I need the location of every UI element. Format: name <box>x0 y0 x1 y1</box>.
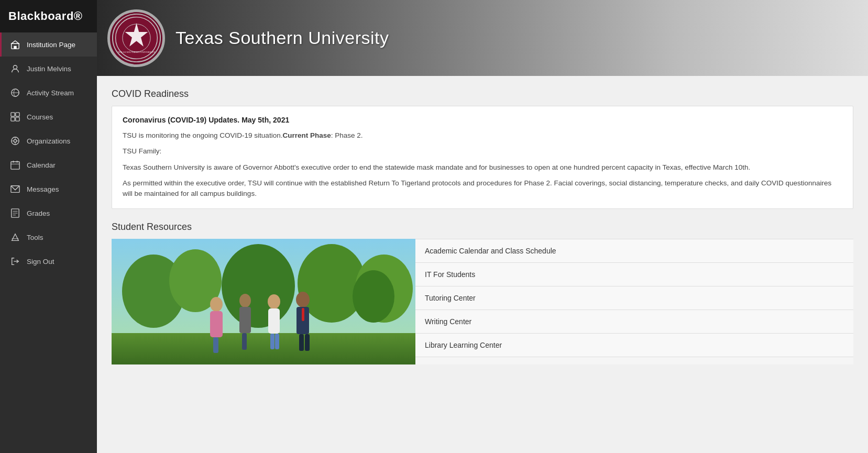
sidebar-item-institution-page[interactable]: Institution Page <box>0 32 97 57</box>
svg-rect-46 <box>268 308 280 334</box>
tools-icon <box>10 232 20 242</box>
svg-point-42 <box>239 294 251 307</box>
organizations-label: Organizations <box>27 137 70 145</box>
covid-box: Coronavirus (COVID-19) Updates. May 5th,… <box>112 106 853 209</box>
svg-rect-41 <box>213 337 218 353</box>
svg-text:TEXAS SOUTHERN UNIVERSITY: TEXAS SOUTHERN UNIVERSITY <box>117 51 155 53</box>
svg-rect-5 <box>16 113 19 116</box>
svg-rect-40 <box>210 311 223 337</box>
sign-out-label: Sign Out <box>27 258 54 266</box>
sidebar-item-tools[interactable]: Tools <box>0 225 97 249</box>
covid-paragraph-3: Texas Southern University is aware of Go… <box>123 162 842 173</box>
sidebar-item-organizations[interactable]: Organizations <box>0 129 97 153</box>
svg-rect-7 <box>16 117 19 121</box>
organizations-icon <box>10 136 20 146</box>
grades-icon <box>10 208 20 218</box>
resource-link-tutoring[interactable]: Tutoring Center <box>415 286 853 310</box>
sidebar: Blackboard® Institution Page Justin Melv… <box>0 0 97 453</box>
covid-section-title: COVID Readiness <box>112 89 853 100</box>
svg-point-9 <box>14 139 16 142</box>
svg-point-2 <box>13 65 17 69</box>
covid-heading: Coronavirus (COVID-19) Updates. May 5th,… <box>123 116 842 124</box>
activity-stream-icon <box>10 87 20 98</box>
sidebar-item-activity-stream[interactable]: Activity Stream <box>0 81 97 105</box>
svg-rect-1 <box>14 46 16 49</box>
svg-marker-23 <box>12 234 19 241</box>
university-seal: TEXAS SOUTHERN UNIVERSITY <box>107 9 165 67</box>
svg-rect-51 <box>299 334 304 351</box>
resource-link-academic-calendar[interactable]: Academic Calendar and Class Schedule <box>415 239 853 263</box>
messages-icon <box>10 184 20 194</box>
main-content: TEXAS SOUTHERN UNIVERSITY Texas Southern… <box>97 0 868 453</box>
calendar-label: Calendar <box>27 161 56 169</box>
sidebar-item-calendar[interactable]: Calendar <box>0 153 97 177</box>
svg-rect-38 <box>112 333 415 364</box>
campus-image <box>112 239 415 364</box>
svg-rect-43 <box>239 307 251 333</box>
svg-rect-53 <box>302 308 304 321</box>
svg-rect-4 <box>11 113 15 116</box>
covid-paragraph-1: TSU is monitoring the ongoing COVID-19 s… <box>123 130 842 141</box>
header-banner: TEXAS SOUTHERN UNIVERSITY Texas Southern… <box>97 0 868 76</box>
content-area: COVID Readiness Coronavirus (COVID-19) U… <box>97 76 868 453</box>
svg-rect-14 <box>11 162 19 169</box>
svg-rect-52 <box>305 334 310 351</box>
svg-point-37 <box>353 270 394 323</box>
resources-grid: Academic Calendar and Class Schedule IT … <box>112 239 853 364</box>
svg-point-34 <box>222 244 295 328</box>
svg-point-39 <box>210 297 223 312</box>
svg-rect-6 <box>11 117 15 121</box>
covid-paragraph-4: As permitted within the executive order,… <box>123 178 842 200</box>
sidebar-item-user[interactable]: Justin Melvins <box>0 57 97 81</box>
covid-paragraph-2: TSU Family: <box>123 146 842 157</box>
resource-link-library[interactable]: Library Learning Center <box>415 334 853 357</box>
svg-point-49 <box>296 292 310 307</box>
calendar-icon <box>10 160 20 170</box>
messages-label: Messages <box>27 185 59 193</box>
user-label: Justin Melvins <box>27 65 71 73</box>
svg-rect-44 <box>242 333 247 350</box>
svg-rect-48 <box>275 334 279 349</box>
sidebar-item-sign-out[interactable]: Sign Out <box>0 249 97 273</box>
sidebar-item-grades[interactable]: Grades <box>0 201 97 225</box>
institution-icon <box>10 39 20 50</box>
sidebar-item-courses[interactable]: Courses <box>0 105 97 129</box>
sidebar-item-messages[interactable]: Messages <box>0 177 97 201</box>
courses-icon <box>10 112 20 122</box>
university-title: Texas Southern University <box>175 28 389 48</box>
app-logo: Blackboard® <box>0 0 97 32</box>
resources-links: Academic Calendar and Class Schedule IT … <box>415 239 853 364</box>
grades-label: Grades <box>27 209 50 217</box>
sign-out-icon <box>10 256 20 267</box>
activity-stream-label: Activity Stream <box>27 89 74 97</box>
tools-label: Tools <box>27 234 43 241</box>
svg-point-45 <box>268 294 280 309</box>
campus-image-inner <box>112 239 415 364</box>
courses-label: Courses <box>27 113 53 121</box>
resource-link-it-students[interactable]: IT For Students <box>415 263 853 286</box>
resource-link-writing[interactable]: Writing Center <box>415 310 853 334</box>
institution-page-label: Institution Page <box>27 41 75 49</box>
svg-rect-47 <box>270 334 274 349</box>
resources-section-title: Student Resources <box>112 222 853 233</box>
user-icon <box>10 63 20 74</box>
